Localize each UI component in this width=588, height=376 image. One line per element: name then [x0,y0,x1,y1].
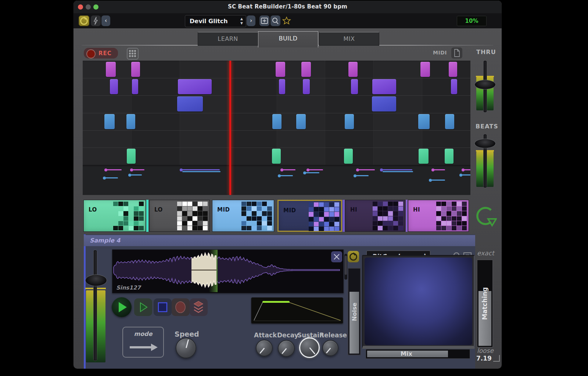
automation-segment[interactable] [355,175,369,176]
loop-button[interactable] [473,204,497,231]
tab-mix[interactable]: MIX [319,32,379,46]
automation-segment[interactable] [433,169,445,170]
envelope-display[interactable] [251,297,343,324]
note-block[interactable] [106,62,116,77]
bolt-button[interactable] [91,15,101,26]
automation-point[interactable] [278,174,281,177]
automation-point[interactable] [306,169,309,171]
note-block[interactable] [177,96,203,111]
note-block[interactable] [351,79,358,94]
record-sample-button[interactable] [172,298,190,316]
note-block[interactable] [419,149,429,164]
close-sample-button[interactable] [331,251,342,262]
note-block[interactable] [296,114,306,129]
fx-xy-pad[interactable] [362,255,475,349]
tab-build[interactable]: BUILD [258,31,318,47]
noise-slider[interactable]: Noise [348,268,361,355]
quantize-grid-button[interactable] [127,48,139,60]
automation-segment[interactable] [381,169,412,170]
note-block[interactable] [126,114,135,129]
stop-button[interactable] [154,298,172,316]
note-block[interactable] [451,79,457,94]
automation-point[interactable] [130,169,133,171]
preset-stepper-icon[interactable]: ▲▼ [240,17,243,25]
decay-knob[interactable] [278,340,295,357]
note-block[interactable] [272,114,282,129]
automation-segment[interactable] [282,169,295,170]
next-preset-button[interactable]: › [247,15,255,26]
attack-knob[interactable] [256,340,273,357]
automation-point[interactable] [354,174,356,177]
note-block[interactable] [372,96,396,111]
note-block[interactable] [279,79,285,94]
note-block[interactable] [372,79,396,94]
mode-selector[interactable]: mode [122,327,164,358]
note-block[interactable] [449,62,457,77]
sample-pad[interactable]: HI [408,200,469,232]
wave-scrollbar[interactable] [344,254,347,280]
automation-point[interactable] [462,169,465,171]
automation-segment[interactable] [279,175,293,176]
play-alt-button[interactable] [134,298,152,316]
note-block[interactable] [345,114,354,129]
add-preset-button[interactable] [259,15,269,26]
sample-fader-knob[interactable] [85,274,107,286]
note-block[interactable] [131,62,140,77]
thru-fader-knob[interactable] [474,80,496,89]
tab-learn[interactable]: LEARN [198,32,258,46]
beats-fader-knob[interactable] [474,139,496,148]
search-preset-button[interactable] [270,15,280,26]
speed-knob[interactable] [176,338,196,358]
note-block[interactable] [272,149,281,164]
note-block[interactable] [303,79,310,94]
note-block[interactable] [132,79,138,94]
automation-segment[interactable] [383,171,413,172]
layers-button[interactable] [190,298,208,316]
automation-lane[interactable] [83,165,470,195]
automation-point[interactable] [280,169,283,171]
automation-segment[interactable] [181,169,220,170]
note-block[interactable] [445,149,453,164]
preset-select[interactable]: Devil Glitch ▲▼ [185,15,246,27]
rec-button[interactable]: REC [84,48,118,58]
prev-preset-button[interactable]: ‹ [101,15,110,26]
automation-segment[interactable] [104,177,118,178]
release-knob[interactable] [322,340,338,356]
midi-drag-button[interactable] [451,47,462,58]
match-slider[interactable]: Matching [477,259,493,348]
automation-point[interactable] [128,174,131,177]
sample-pad[interactable]: HI [345,200,405,232]
note-block[interactable] [344,149,353,164]
note-block[interactable] [348,62,358,77]
note-block[interactable] [178,79,212,94]
note-block[interactable] [418,114,430,129]
automation-segment[interactable] [357,169,375,170]
sample-pad[interactable]: LO [83,200,146,232]
fx-power-button[interactable] [348,251,359,262]
sample-pad[interactable]: MID [277,200,342,232]
mix-slider[interactable]: Mix [366,349,470,359]
play-button[interactable] [112,297,132,317]
automation-segment[interactable] [129,174,142,175]
automation-segment[interactable] [430,180,445,181]
automation-point[interactable] [103,177,106,180]
automation-segment[interactable] [131,169,144,170]
note-block[interactable] [110,79,118,94]
sample-pad[interactable]: LO [149,200,210,232]
automation-point[interactable] [431,169,434,171]
resize-grip-icon[interactable] [493,355,500,362]
automation-point[interactable] [356,169,359,171]
note-block[interactable] [104,114,115,129]
power-button[interactable] [79,15,89,26]
sustain-knob[interactable] [299,337,320,358]
favorite-button[interactable] [282,15,292,28]
automation-point[interactable] [303,171,306,174]
note-block[interactable] [276,62,285,77]
automation-point[interactable] [104,169,107,171]
note-block[interactable] [420,62,430,77]
sequencer-grid[interactable] [83,61,470,195]
automation-segment[interactable] [105,169,122,170]
automation-segment[interactable] [308,169,323,170]
sample-fader-track[interactable] [94,250,97,361]
automation-point[interactable] [429,179,432,182]
